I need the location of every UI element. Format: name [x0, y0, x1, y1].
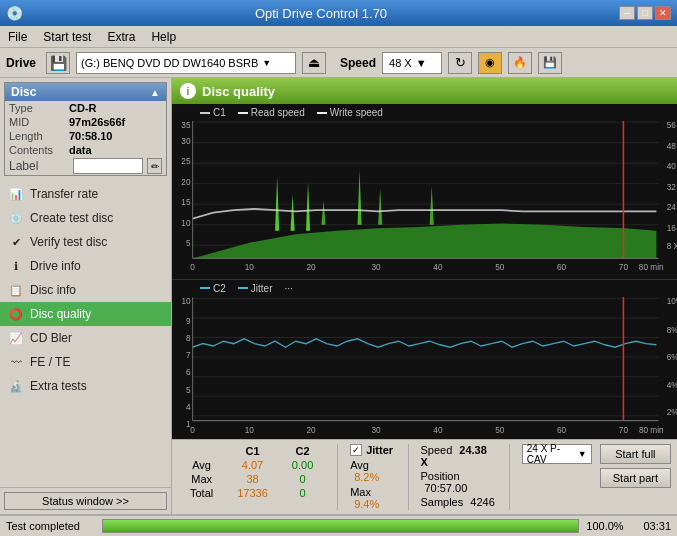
titlebar: 💿 Opti Drive Control 1.70 ─ □ ✕ [0, 0, 677, 26]
sidebar-fe-te-label: FE / TE [30, 355, 70, 369]
svg-marker-31 [275, 176, 279, 230]
refresh-button[interactable]: ↻ [448, 52, 472, 74]
disc-panel: Disc ▲ Type CD-R MID 97m26s66f Length 70… [4, 82, 167, 176]
svg-text:10: 10 [245, 262, 254, 273]
svg-text:60: 60 [557, 424, 566, 435]
jitter-avg-row: Avg 8.2% [350, 459, 395, 483]
menu-file[interactable]: File [4, 29, 31, 45]
svg-text:50: 50 [495, 424, 504, 435]
disc-label-edit-button[interactable]: ✏ [147, 158, 162, 174]
sidebar-item-extra-tests[interactable]: 🔬 Extra tests [0, 374, 171, 398]
svg-text:8: 8 [186, 332, 191, 343]
speed-key-label: Speed [420, 444, 452, 456]
drive-dropdown-arrow[interactable]: ▼ [262, 58, 271, 68]
verify-test-disc-icon: ✔ [8, 234, 24, 250]
start-part-button[interactable]: Start part [600, 468, 671, 488]
sidebar-item-disc-info[interactable]: 📋 Disc info [0, 278, 171, 302]
progress-percent: 100.0% [585, 520, 625, 532]
svg-text:4: 4 [186, 401, 191, 412]
disc-type-value: CD-R [69, 102, 97, 114]
menubar: File Start test Extra Help [0, 26, 677, 48]
jitter-legend-label: Jitter [238, 283, 273, 294]
chart1-container: C1 Read speed Write speed 35 30 25 20 15… [172, 104, 677, 279]
profile-dropdown[interactable]: 24 X P-CAV ▼ [522, 444, 592, 464]
menu-help[interactable]: Help [147, 29, 180, 45]
svg-text:25: 25 [181, 156, 190, 167]
stats-divider1 [337, 444, 338, 510]
sidebar-item-drive-info[interactable]: ℹ Drive info [0, 254, 171, 278]
sidebar-disc-quality-label: Disc quality [30, 307, 91, 321]
svg-text:2%: 2% [667, 406, 677, 417]
menu-start-test[interactable]: Start test [39, 29, 95, 45]
drivebar: Drive 💾 (G:) BENQ DVD DD DW1640 BSRB ▼ ⏏… [0, 48, 677, 78]
sidebar-item-cd-bler[interactable]: 📈 CD Bler [0, 326, 171, 350]
speed-select[interactable]: 48 X ▼ [382, 52, 442, 74]
disc-quality-button[interactable]: ◉ [478, 52, 502, 74]
stats-max-label: Max [178, 472, 225, 486]
fe-te-icon: 〰 [8, 354, 24, 370]
right-panel: i Disc quality C1 Read speed Write speed… [172, 78, 677, 514]
svg-marker-30 [193, 223, 657, 258]
profile-value: 24 X P-CAV [527, 443, 574, 465]
stats-c1-max: 38 [225, 472, 280, 486]
disc-info-icon: 📋 [8, 282, 24, 298]
drive-select[interactable]: (G:) BENQ DVD DD DW1640 BSRB ▼ [76, 52, 296, 74]
menu-extra[interactable]: Extra [103, 29, 139, 45]
svg-text:5: 5 [186, 238, 191, 249]
sidebar-item-disc-quality[interactable]: ⭕ Disc quality [0, 302, 171, 326]
save-button[interactable]: 💾 [538, 52, 562, 74]
position-row: Position 70:57.00 [420, 470, 496, 494]
chart2-svg: 10 9 8 7 6 5 4 1 10% 8% 6% 4% 2% 0 10 [172, 280, 677, 439]
drive-value: (G:) BENQ DVD DD DW1640 BSRB [81, 57, 258, 69]
maximize-button[interactable]: □ [637, 6, 653, 20]
stats-c2-total: 0 [280, 486, 325, 500]
progress-bar [102, 519, 579, 533]
stats-c1-header: C1 [225, 444, 280, 458]
minimize-button[interactable]: ─ [619, 6, 635, 20]
cd-bler-icon: 📈 [8, 330, 24, 346]
jitter-checkbox[interactable]: ✓ [350, 444, 362, 456]
sidebar-item-create-test-disc[interactable]: 💿 Create test disc [0, 206, 171, 230]
disc-collapse-arrow[interactable]: ▲ [150, 87, 160, 98]
svg-text:15: 15 [181, 197, 190, 208]
disc-length-value: 70:58.10 [69, 130, 112, 142]
burn-button[interactable]: 🔥 [508, 52, 532, 74]
svg-text:0: 0 [190, 262, 195, 273]
disc-length-row: Length 70:58.10 [5, 129, 166, 143]
svg-text:80 min: 80 min [639, 424, 664, 435]
stats-table: C1 C2 Avg 4.07 0.00 Max 38 0 [178, 444, 325, 500]
action-buttons: Start full Start part [600, 444, 671, 488]
c2-legend-label: C2 [200, 283, 226, 294]
disc-mid-label: MID [9, 116, 69, 128]
status-time: 03:31 [631, 520, 671, 532]
sidebar: Disc ▲ Type CD-R MID 97m26s66f Length 70… [0, 78, 172, 514]
stats-total-row: Total 17336 0 [178, 486, 325, 500]
speed-dropdown-arrow[interactable]: ▼ [416, 57, 427, 69]
start-full-button[interactable]: Start full [600, 444, 671, 464]
disc-label-row: Label ✏ [5, 157, 166, 175]
main-content: Disc ▲ Type CD-R MID 97m26s66f Length 70… [0, 78, 677, 514]
profile-dropdown-arrow[interactable]: ▼ [578, 449, 587, 459]
svg-marker-32 [291, 194, 295, 230]
sidebar-item-transfer-rate[interactable]: 📊 Transfer rate [0, 182, 171, 206]
svg-text:10%: 10% [667, 296, 677, 307]
speed-value: 48 X [389, 57, 412, 69]
disc-mid-value: 97m26s66f [69, 116, 125, 128]
sidebar-item-verify-test-disc[interactable]: ✔ Verify test disc [0, 230, 171, 254]
sidebar-create-test-disc-label: Create test disc [30, 211, 113, 225]
sidebar-item-fe-te[interactable]: 〰 FE / TE [0, 350, 171, 374]
jitter-dot: ··· [284, 283, 292, 294]
svg-marker-36 [378, 188, 382, 224]
svg-text:20: 20 [181, 176, 190, 187]
svg-text:50: 50 [495, 262, 504, 273]
drive-icon-btn: 💾 [46, 52, 70, 74]
stats-row-header [178, 444, 225, 458]
disc-type-label: Type [9, 102, 69, 114]
speed-label: Speed [340, 56, 376, 70]
eject-button[interactable]: ⏏ [302, 52, 326, 74]
disc-label-input[interactable] [73, 158, 143, 174]
status-window-button[interactable]: Status window >> [4, 492, 167, 510]
chart2-legend: C2 Jitter ··· [200, 283, 293, 294]
jitter-max-row: Max 9.4% [350, 486, 395, 510]
close-button[interactable]: ✕ [655, 6, 671, 20]
